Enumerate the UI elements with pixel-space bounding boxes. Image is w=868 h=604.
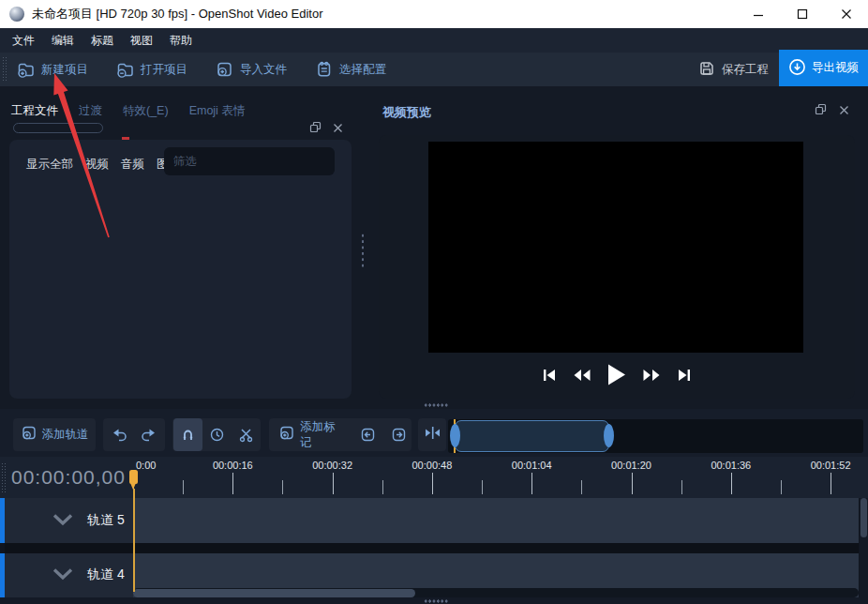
next-marker-button[interactable] [386,418,412,451]
timecode-display: 00:00:00,00 [11,466,126,489]
vertical-splitter-handle[interactable] [360,233,366,268]
razor-button[interactable] [232,418,261,451]
bottom-splitter-handle[interactable] [424,598,448,604]
menu-item-help[interactable]: 帮助 [161,28,201,53]
snap-magnet-button[interactable] [173,418,202,451]
redo-button[interactable] [134,418,163,451]
add-track-button[interactable]: 添加轨道 [13,418,96,451]
vertical-scrollbar-thumb[interactable] [861,498,867,537]
tab-transitions[interactable]: 过渡 [79,103,102,119]
openshot-logo-icon [9,7,24,22]
timeline-zoom-slider[interactable] [448,419,863,453]
ruler-tick-minor [183,480,184,494]
maximize-button[interactable] [785,0,820,28]
tab-project-files[interactable]: 工程文件 [11,103,58,119]
playhead-marker[interactable] [129,470,138,484]
add-track-label: 添加轨道 [42,427,89,443]
close-project-panel-button[interactable] [330,122,345,135]
new-project-label: 新建项目 [41,62,88,78]
track-4-label-row: 轨道 4 [52,566,125,583]
tab-emoji[interactable]: Emoji 表情 [189,103,246,119]
undo-button[interactable] [105,418,134,451]
new-project-button[interactable]: 新建项目 [17,61,88,78]
import-files-label: 导入文件 [240,62,287,78]
maximize-icon [797,8,808,20]
ruler-label: 00:01:36 [711,460,751,471]
ruler-label: 00:01:20 [611,460,651,471]
jump-start-button[interactable] [542,368,557,383]
choose-profile-button[interactable]: 选择配置 [315,61,386,78]
close-icon [841,8,852,20]
tab-effects[interactable]: 特效(_E) [123,103,169,119]
previous-marker-button[interactable] [355,418,381,451]
ruler-label: 00:00:32 [312,460,352,471]
project-files-panel: 显示全部 视频 音频 图像 [9,140,352,399]
playback-controls [379,364,855,385]
play-button[interactable] [607,364,626,385]
track-label: 轨道 4 [87,566,125,583]
menu-item-title[interactable]: 标题 [82,28,122,53]
chevron-down-icon[interactable] [52,513,74,529]
fast-forward-button[interactable] [642,369,661,382]
zoom-handle-left[interactable] [450,424,460,447]
close-button[interactable] [829,0,864,28]
open-project-button[interactable]: 打开项目 [116,61,187,78]
zoom-selection-region[interactable] [455,420,609,452]
ruler-tick-minor [382,480,383,494]
track-5-header[interactable]: 轨道 5 [5,498,133,543]
rewind-button[interactable] [573,369,591,382]
float-project-panel-button[interactable] [307,122,322,135]
ruler-tick-major [831,473,831,494]
toolbar-drag-handle[interactable] [2,56,7,83]
chevron-down-icon[interactable] [52,567,74,583]
ruler-tick-minor [282,480,283,494]
center-playhead-button[interactable] [418,418,446,451]
track-label: 轨道 5 [87,512,125,529]
center-playhead-icon [425,426,441,444]
minimize-button[interactable] [741,0,776,28]
filter-input[interactable] [164,147,335,175]
ruler-tick-major [333,473,334,494]
horizontal-scrollbar-thumb[interactable] [133,589,415,597]
zoom-handle-right[interactable] [604,424,614,447]
export-video-button[interactable]: 导出视频 [779,50,868,86]
menu-item-edit[interactable]: 编辑 [43,28,82,53]
close-preview-panel-button[interactable] [836,104,851,117]
save-project-label: 保存工程 [722,62,769,78]
timeline-ruler[interactable]: 0:0000:00:1600:00:3200:00:4800:01:0400:0… [133,457,868,498]
horizontal-splitter-handle[interactable] [424,402,448,408]
horizontal-scrollbar[interactable] [133,588,859,597]
save-project-icon [698,60,715,80]
ruler-label: 00:01:52 [811,460,851,471]
add-track-icon [21,425,37,445]
filter-all-button[interactable]: 显示全部 [26,157,73,173]
add-marker-icon [278,425,294,445]
video-preview-panel [379,135,855,399]
timeline-drag-handle[interactable] [1,462,6,494]
choose-profile-icon [315,61,333,78]
float-preview-panel-button[interactable] [813,104,828,117]
import-files-button[interactable]: 导入文件 [216,61,287,78]
tab-scroll-pill [13,123,103,133]
ruler-label: 00:00:16 [213,460,253,471]
track-5-content[interactable] [133,498,859,543]
add-marker-label[interactable]: 添加标记 [300,419,346,451]
track-4-header[interactable]: 轨道 4 [5,553,133,597]
import-files-icon [216,61,233,78]
clock-button[interactable] [202,418,232,451]
ruler-tick-major [632,473,633,494]
ruler-tick-minor [482,480,483,494]
open-project-label: 打开项目 [141,62,187,78]
playhead-line [133,489,135,592]
filter-audio-button[interactable]: 音频 [121,157,144,173]
jump-end-button[interactable] [677,368,692,383]
preview-panel-title: 视频预览 [382,104,431,121]
filter-video-button[interactable]: 视频 [85,157,109,173]
menu-item-view[interactable]: 视图 [122,28,161,53]
save-project-button[interactable]: 保存工程 [698,53,769,86]
menu-item-file[interactable]: 文件 [4,28,43,53]
vertical-scrollbar[interactable] [860,498,868,604]
export-video-icon [788,58,806,79]
title-bar: 未命名项目 [HD 720p 30 fps] - OpenShot Video … [0,0,868,28]
snap-tools-group [172,418,261,451]
